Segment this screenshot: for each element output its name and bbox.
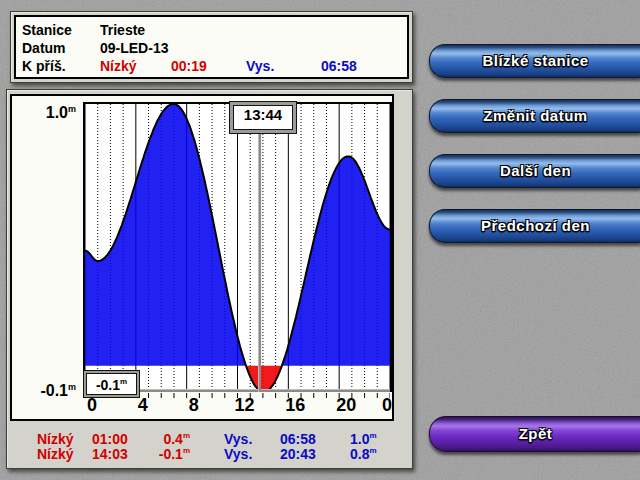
next-day-button[interactable]: Další den [429, 154, 640, 188]
x-axis-tick-label: 4 [138, 395, 148, 416]
cursor-time-box: 13:44 [230, 102, 296, 133]
button-label: Další den [430, 155, 640, 187]
next-tide-label: K příš. [22, 58, 66, 74]
x-axis-tick-label: 16 [285, 395, 305, 416]
button-label: Předchozí den [430, 210, 640, 242]
tide-chart-panel: 1.0m -0.1m 13:44 -0.1m 0481216200 Nízký … [6, 89, 413, 469]
x-axis-tick-label: 0 [382, 395, 392, 416]
x-axis-tick-label: 20 [336, 395, 356, 416]
button-label: Blízké stanice [430, 45, 640, 77]
previous-day-button[interactable]: Předchozí den [429, 209, 640, 243]
station-value: Trieste [100, 22, 145, 38]
cursor-height-value: -0.1 [96, 377, 120, 393]
station-info-panel: Stanice Trieste Datum 09-LED-13 K příš. … [10, 11, 413, 83]
x-axis-tick-label: 0 [87, 395, 97, 416]
cursor-time-value: 13:44 [244, 106, 282, 123]
extreme-time: 06:58 [280, 431, 316, 447]
extreme-height: 1.0m [350, 431, 377, 447]
next-high-label: Vys. [246, 58, 274, 74]
tide-chart-box: 1.0m -0.1m 13:44 -0.1m 0481216200 [10, 94, 394, 421]
button-label: Změnit datum [430, 100, 640, 132]
y-axis-max-label: 1.0m [12, 104, 76, 122]
date-label: Datum [22, 40, 66, 56]
change-date-button[interactable]: Změnit datum [429, 99, 640, 133]
tide-plot-area[interactable] [83, 102, 392, 392]
extreme-height: -0.1m [142, 446, 190, 462]
back-button[interactable]: Zpět [429, 416, 640, 452]
next-low-label: Nízký [100, 58, 137, 74]
button-label: Zpět [430, 417, 640, 451]
station-info-inner: Stanice Trieste Datum 09-LED-13 K příš. … [14, 15, 409, 79]
extreme-type: Nízký [37, 431, 74, 447]
x-axis-tick-label: 12 [234, 395, 254, 416]
date-value: 09-LED-13 [100, 40, 168, 56]
x-axis-tick-label: 8 [189, 395, 199, 416]
next-low-time: 00:19 [171, 58, 207, 74]
tide-curve-chart [85, 104, 390, 392]
extreme-height: 0.4m [142, 431, 190, 447]
station-label: Stanice [22, 22, 72, 38]
extreme-time: 01:00 [92, 431, 128, 447]
extreme-time: 20:43 [280, 446, 316, 462]
y-axis-min-label: -0.1m [12, 382, 76, 400]
extreme-time: 14:03 [92, 446, 128, 462]
nearby-stations-button[interactable]: Blízké stanice [429, 44, 640, 78]
extreme-type: Vys. [224, 431, 252, 447]
extreme-type: Vys. [224, 446, 252, 462]
extreme-height: 0.8m [350, 446, 377, 462]
extreme-type: Nízký [37, 446, 74, 462]
next-high-time: 06:58 [321, 58, 357, 74]
cursor-height-box: -0.1m [84, 371, 139, 397]
